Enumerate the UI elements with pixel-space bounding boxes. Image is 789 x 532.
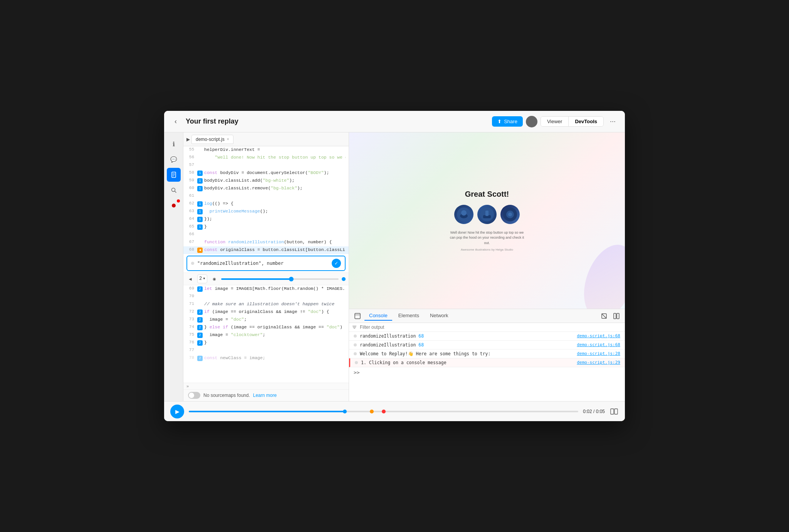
console-link-4[interactable]: demo-script.js:29 [577,360,620,365]
devtools-tab-console[interactable]: Console [364,311,392,321]
code-line-77: 77 [183,347,349,355]
svg-point-6 [172,204,176,207]
page-title: Your first replay [186,117,487,125]
input-field[interactable] [197,261,329,266]
play-icon: ▶ [186,137,190,142]
code-line-73: 73 2 image = "doc"; [183,316,349,324]
share-button[interactable]: ⬆ Share [492,116,523,127]
code-line-67: 67 function randomizeIllustration(button… [183,239,349,246]
console-link-1[interactable]: demo-script.js:68 [577,333,620,338]
file-tabs-bar: ▶ demo-script.js × [183,132,349,146]
svg-rect-25 [611,409,614,414]
step-slider[interactable] [221,278,339,280]
svg-line-18 [602,314,606,318]
sourcemaps-learn-more[interactable]: Learn more [253,393,277,398]
hit-badge-76: 2 [197,340,203,346]
code-editor[interactable]: 55 helperDiv.innerText = 56 "Well done! … [183,146,349,383]
hit-badge-63: 1 [197,209,203,214]
sidebar-item-info[interactable]: ℹ [167,137,181,151]
hit-badge-60: 1 [197,186,203,191]
hit-badge-75: 2 [197,333,203,338]
console-dot-2 [354,343,357,346]
svg-rect-26 [614,409,618,414]
timeline-dot-orange [370,410,374,413]
sidebar-item-document[interactable] [167,168,181,182]
code-line-65: 65 1 } [183,223,349,231]
preview-area: Great Scott! Well done! Now hit the stop… [349,132,625,309]
step-dropdown[interactable]: 2 ▾ [197,274,207,283]
console-link-3[interactable]: demo-script.js:28 [577,351,620,356]
svg-line-5 [175,191,176,193]
expand-button[interactable]: » [186,384,189,388]
file-tab-close[interactable]: × [227,137,229,141]
step-next-button[interactable]: ◉ [210,275,218,283]
code-line-62: 62 1 log(() => { [183,200,349,208]
timeline-track[interactable] [189,411,578,412]
avatar [526,116,537,127]
confirm-button[interactable]: ✓ [332,259,341,268]
svg-rect-16 [355,313,360,319]
console-row-4: 1. Clicking on a console message demo-sc… [349,358,625,367]
sourcemaps-toggle[interactable] [188,392,200,399]
devtools-tab-network[interactable]: Network [425,311,453,321]
hit-badge-62: 1 [197,201,203,207]
record-badge [177,199,180,202]
step-prev-button[interactable]: ◄ [186,275,194,283]
code-line-75: 75 2 image = "clocktower"; [183,331,349,339]
devtools-tab-right-actions [599,311,622,321]
preview-content: Great Scott! Well done! Now hit the stop… [349,132,625,309]
file-tab-demo-script[interactable]: demo-script.js × [191,135,233,144]
devtools-tab-elements[interactable]: Elements [394,311,424,321]
slider-thumb [342,277,346,281]
file-tab-label: demo-script.js [196,137,225,142]
console-filter-bar [349,323,625,332]
header-actions: ⬆ Share Viewer DevTools ··· [492,116,619,127]
hit-badge-72: 2 [197,309,203,315]
app-window: ‹ Your first replay ⬆ Share Viewer DevTo… [163,110,626,422]
console-dot-3 [354,352,357,355]
timeline-split-button[interactable] [609,407,619,416]
time-display: 0:02 / 0:05 [583,409,605,414]
avatar-2 [477,205,497,224]
devtools-layout-button[interactable] [611,311,622,321]
hit-badge-78: 2 [197,356,203,361]
hit-badge-74: 2 [197,325,203,330]
share-icon: ⬆ [497,119,502,124]
svg-point-9 [461,210,467,216]
code-line-68: 68 ◀ const originalClass = button.classL… [183,246,349,254]
console-text-4: 1. Clicking on a console message [361,360,574,365]
code-line-70: 70 [183,293,349,301]
console-row-1: randomizeIllustration 68 demo-script.js:… [349,332,625,341]
console-prompt: >> [349,367,625,378]
tab-devtools[interactable]: DevTools [569,117,603,126]
preview-credit: Awesome illustrations by Helga Studio [461,248,513,251]
back-button[interactable]: ‹ [170,116,181,127]
devtools-block-button[interactable] [599,311,609,321]
more-button[interactable]: ··· [607,116,619,127]
hit-badge-69: 2 [197,286,203,292]
console-filter-input[interactable] [360,325,622,330]
right-panel: Great Scott! Well done! Now hit the stop… [349,132,625,401]
code-line-59: 59 1 bodyDiv.classList.add("bg-white"); [183,177,349,185]
play-button[interactable]: ▶ [170,405,184,418]
expand-bar: » [183,383,349,389]
tab-viewer[interactable]: Viewer [541,117,569,126]
svg-rect-21 [617,313,619,319]
sidebar-item-record[interactable] [167,199,181,212]
code-line-64: 64 1 }); [183,216,349,223]
avatar-3 [500,205,520,224]
sidebar-item-search[interactable] [167,183,181,197]
preview-subtext: Well done! Now hit the stop button up to… [448,230,525,246]
code-line-63: 63 1 printWelcomeMessage(); [183,208,349,216]
avatar-1 [454,205,473,224]
code-line-61: 61 [183,192,349,200]
console-dot-1 [354,335,357,338]
code-line-72: 72 2 if (image == originalClass && image… [183,308,349,316]
console-text-2: randomizeIllustration 68 [360,342,574,348]
console-row-3: Welcome to Replay!👋 Here are some things… [349,350,625,358]
console-link-2[interactable]: demo-script.js:68 [577,342,620,347]
devtools-cursor-button[interactable] [352,311,363,321]
hit-badge-65: 1 [197,224,203,230]
code-panel: ▶ demo-script.js × 55 helperDiv.innerTex… [183,132,349,401]
sidebar-item-comment[interactable]: 💬 [167,152,181,166]
